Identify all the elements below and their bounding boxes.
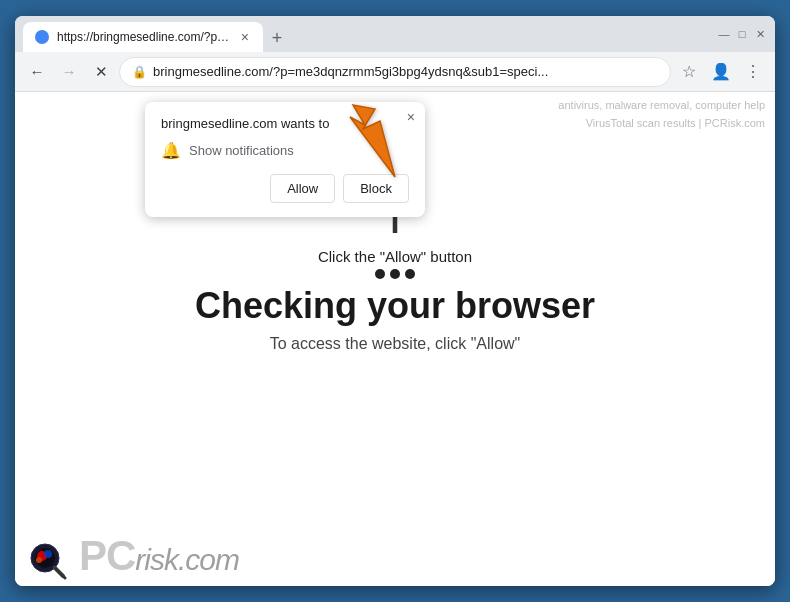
- sub-text: To access the website, click "Allow": [270, 335, 521, 353]
- risk-text: risk.com: [135, 543, 239, 576]
- dots-row: [375, 269, 415, 279]
- orange-arrow-annotation: [335, 97, 415, 191]
- main-heading: Checking your browser: [195, 285, 595, 327]
- minimize-button[interactable]: —: [717, 27, 731, 41]
- forward-icon: →: [62, 63, 77, 80]
- tab-favicon: [35, 30, 49, 44]
- menu-button[interactable]: ⋮: [739, 58, 767, 86]
- title-bar: https://bringmesedline.com/?p=... × + — …: [15, 16, 775, 52]
- tab-label: https://bringmesedline.com/?p=...: [57, 30, 231, 44]
- click-instruction: Click the "Allow" button: [318, 248, 472, 265]
- svg-point-4: [44, 550, 52, 558]
- pcrisk-logo: PCrisk.com: [25, 532, 239, 580]
- back-icon: ←: [30, 63, 45, 80]
- pcrisk-logo-text: PCrisk.com: [79, 532, 239, 580]
- new-tab-button[interactable]: +: [263, 24, 291, 52]
- back-button[interactable]: ←: [23, 58, 51, 86]
- bookmark-button[interactable]: ☆: [675, 58, 703, 86]
- content-area: antivirus, malware removal, computer hel…: [15, 92, 775, 586]
- pc-text: PC: [79, 532, 135, 579]
- forward-button[interactable]: →: [55, 58, 83, 86]
- popup-notification-label: Show notifications: [189, 143, 294, 158]
- address-bar: ← → ✕ 🔒 bringmesedline.com/?p=me3dqnzrmm…: [15, 52, 775, 92]
- lock-icon: 🔒: [132, 65, 147, 79]
- window-controls: — □ ✕: [717, 27, 767, 41]
- svg-line-7: [55, 568, 65, 578]
- allow-button[interactable]: Allow: [270, 174, 335, 203]
- profile-icon: 👤: [711, 62, 731, 81]
- url-text: bringmesedline.com/?p=me3dqnzrmm5gi3bpg4…: [153, 64, 658, 79]
- dot-2: [390, 269, 400, 279]
- profile-button[interactable]: 👤: [707, 58, 735, 86]
- close-window-button[interactable]: ✕: [753, 27, 767, 41]
- dot-1: [375, 269, 385, 279]
- star-icon: ☆: [682, 62, 696, 81]
- pcrisk-icon-svg: [25, 532, 73, 580]
- reload-button[interactable]: ✕: [87, 58, 115, 86]
- tab-close-btn[interactable]: ×: [239, 28, 251, 46]
- url-bar[interactable]: 🔒 bringmesedline.com/?p=me3dqnzrmm5gi3bp…: [119, 57, 671, 87]
- tab-strip: https://bringmesedline.com/?p=... × +: [23, 16, 705, 52]
- dots-menu-icon: ⋮: [745, 62, 761, 81]
- svg-point-5: [36, 557, 42, 563]
- active-tab[interactable]: https://bringmesedline.com/?p=... ×: [23, 22, 263, 52]
- browser-window: https://bringmesedline.com/?p=... × + — …: [15, 16, 775, 586]
- maximize-button[interactable]: □: [735, 27, 749, 41]
- close-icon: ✕: [95, 63, 108, 81]
- bell-icon: 🔔: [161, 141, 181, 160]
- dot-3: [405, 269, 415, 279]
